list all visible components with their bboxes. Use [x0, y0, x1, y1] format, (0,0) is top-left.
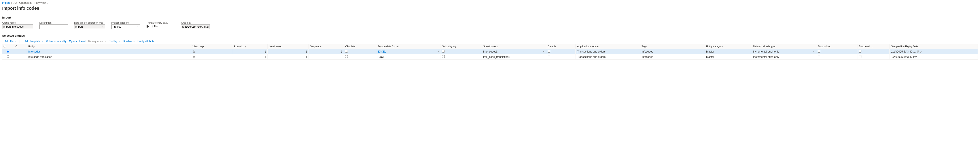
group-name-input[interactable] [2, 24, 33, 29]
col-tags[interactable]: Tags [640, 44, 705, 49]
col-disable[interactable]: Disable [546, 44, 576, 49]
entities-toolbar: +Add file⌄ +Add template⌄ 🗑Remove entity… [2, 38, 978, 44]
operation-type-label: Data project operation type [74, 21, 105, 24]
disable-checkbox[interactable] [547, 55, 550, 58]
breadcrumb-root[interactable]: Import [2, 1, 10, 5]
cell-execution: 1 [232, 49, 267, 54]
col-execution[interactable]: Executi…↑ [232, 44, 267, 49]
stop-unit-checkbox[interactable] [818, 50, 820, 53]
add-template-button[interactable]: +Add template⌄ [22, 40, 43, 43]
breadcrumb-module: AX : Operations [13, 1, 32, 5]
entity-text: Info code translation [28, 56, 52, 59]
cell-skip-staging[interactable] [441, 49, 482, 54]
col-app-module[interactable]: Application module [576, 44, 640, 49]
cell-entity[interactable]: Info code translation [27, 54, 191, 60]
remove-entity-button[interactable]: 🗑Remove entity [46, 40, 67, 43]
col-entity-category[interactable]: Entity category [705, 44, 752, 49]
skip-staging-checkbox[interactable] [442, 55, 445, 58]
section-import-header: Import [2, 14, 978, 21]
col-sample-file-expiry[interactable]: Sample File Expiry Date [890, 44, 978, 49]
col-sequence[interactable]: Sequence [309, 44, 344, 49]
cell-select[interactable] [2, 49, 14, 54]
col-default-refresh[interactable]: Default refresh type [752, 44, 816, 49]
cell-tags: Infocodes [640, 49, 705, 54]
description-input[interactable] [39, 24, 68, 29]
sort-asc-icon: ↑ [245, 45, 246, 48]
entities-grid: ⟳ Entity View map Executi…↑ Level in ex…… [2, 44, 978, 60]
cell-source-format[interactable]: EXCEL⌄ [376, 49, 441, 54]
project-category-label: Project category [111, 21, 140, 24]
cell-expiry: 1/24/2025 5:43:47 PM [890, 54, 978, 60]
cell-default-refresh[interactable]: Incremental push only⌄ [752, 49, 816, 54]
expiry-value: 1/24/2025 5:43:47 PM [891, 56, 917, 59]
trash-icon: 🗑 [46, 40, 49, 43]
row-select-radio[interactable] [6, 55, 9, 58]
cell-stop-unit[interactable] [816, 49, 857, 54]
source-format-value[interactable]: EXCEL [378, 50, 386, 53]
entity-link[interactable]: Info codes [28, 50, 40, 53]
table-row[interactable]: Info code translation🗎112EXCELInfo_code_… [2, 54, 978, 60]
view-map-icon[interactable]: 🗎 [192, 50, 196, 53]
cell-view-map[interactable]: 🗎 [191, 49, 232, 54]
expiry-icons: 🗐 ⊘ [916, 50, 922, 53]
sort-by-button[interactable]: Sort by⌄ [109, 40, 120, 43]
cell-stop-unit[interactable] [816, 54, 857, 60]
add-file-button[interactable]: +Add file⌄ [2, 40, 17, 43]
stop-level-checkbox[interactable] [859, 55, 861, 58]
cell-stop-level[interactable] [857, 54, 889, 60]
col-stop-level[interactable]: Stop level … [857, 44, 889, 49]
entity-attribute-button[interactable]: Entity attribute [138, 40, 154, 43]
import-form: Group name Description Data project oper… [2, 21, 978, 32]
chevron-down-icon: ⌄ [41, 40, 43, 42]
open-in-excel-button[interactable]: Open in Excel [69, 40, 86, 43]
default-refresh-value[interactable]: Incremental push only [753, 50, 779, 53]
col-view-map[interactable]: View map [191, 44, 232, 49]
cell-app-module: Transactions and orders [576, 54, 640, 60]
grid-header-row: ⟳ Entity View map Executi…↑ Level in ex…… [2, 44, 978, 49]
skip-staging-checkbox[interactable] [442, 50, 445, 53]
col-source-format[interactable]: Source data format [376, 44, 441, 49]
stop-unit-checkbox[interactable] [818, 55, 820, 58]
cell-sequence: 2 [309, 54, 344, 60]
truncate-toggle[interactable]: No [146, 25, 175, 28]
col-refresh[interactable]: ⟳ [14, 44, 27, 49]
disable-button[interactable]: Disable⌄ [123, 40, 135, 43]
group-id-input[interactable] [181, 24, 210, 29]
col-sheet-lookup[interactable]: Sheet lookup [482, 44, 546, 49]
cell-stop-level[interactable] [857, 49, 889, 54]
cell-obsolete[interactable] [344, 54, 376, 60]
cell-entity-category: Master [705, 54, 752, 60]
col-select[interactable] [2, 44, 14, 49]
cell-disable[interactable] [546, 49, 576, 54]
cell-view-map[interactable]: 🗎 [191, 54, 232, 60]
col-level-in-exec[interactable]: Level in ex… [267, 44, 309, 49]
breadcrumb-view[interactable]: My view⌄ [36, 1, 48, 5]
cell-skip-staging[interactable] [441, 54, 482, 60]
stop-level-checkbox[interactable] [859, 50, 861, 53]
view-map-icon[interactable]: 🗎 [192, 55, 196, 59]
cell-refresh [14, 54, 27, 60]
disable-checkbox[interactable] [547, 50, 550, 53]
cell-disable[interactable] [546, 54, 576, 60]
cell-sheet-lookup[interactable]: Info_code_translation$ [482, 54, 546, 60]
cell-default-refresh[interactable]: Incremental push only [752, 54, 816, 60]
cell-source-format[interactable]: EXCEL [376, 54, 441, 60]
operation-type-select[interactable] [74, 24, 105, 29]
table-row[interactable]: Info codes🗎111EXCEL⌄Info_codes$⌄Transact… [2, 49, 978, 54]
row-select-radio[interactable] [6, 50, 9, 53]
col-skip-staging[interactable]: Skip staging [441, 44, 482, 49]
cell-obsolete[interactable] [344, 49, 376, 54]
col-entity[interactable]: Entity [27, 44, 191, 49]
col-stop-unit[interactable]: Stop unit e… [816, 44, 857, 49]
sheet-lookup-value[interactable]: Info_codes$ [483, 50, 498, 53]
page-title: Import info codes [2, 6, 978, 13]
project-category-select[interactable] [111, 24, 140, 29]
cell-entity[interactable]: Info codes [27, 49, 191, 54]
chevron-down-icon: ⌄ [46, 2, 48, 4]
col-obsolete[interactable]: Obsolete [344, 44, 376, 49]
chevron-down-icon: ⌄ [813, 50, 815, 52]
cell-sheet-lookup[interactable]: Info_codes$⌄ [482, 49, 546, 54]
obsolete-checkbox[interactable] [345, 55, 348, 58]
cell-select[interactable] [2, 54, 14, 60]
obsolete-checkbox[interactable] [345, 50, 348, 53]
